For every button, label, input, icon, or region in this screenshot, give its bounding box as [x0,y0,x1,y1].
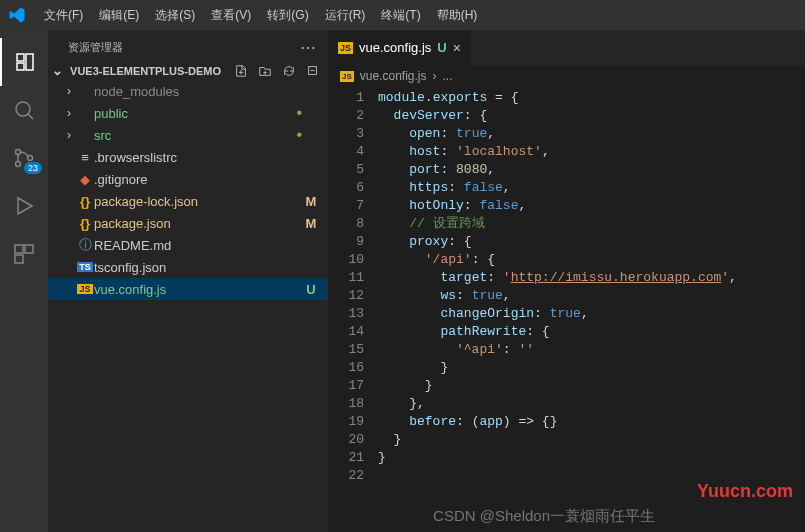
new-file-icon[interactable] [234,64,248,78]
file-icon: ◆ [76,172,94,187]
run-debug-icon[interactable] [0,182,48,230]
file-label: node_modules [94,84,302,99]
menu-item[interactable]: 文件(F) [36,7,91,24]
svg-point-1 [16,150,21,155]
code-lines[interactable]: module.exports = { devServer: { open: tr… [378,87,805,532]
menu-item[interactable]: 运行(R) [317,7,374,24]
project-header[interactable]: ⌄ VUE3-ELEMENTPLUS-DEMO [48,61,328,80]
folder-item[interactable]: ›public• [48,102,328,124]
extensions-icon[interactable] [0,230,48,278]
chevron-right-icon: › [62,84,76,98]
file-label: package-lock.json [94,194,302,209]
file-label: package.json [94,216,302,231]
js-icon: JS [338,42,353,54]
folder-item[interactable]: ›node_modules [48,80,328,102]
tab-vue-config[interactable]: JS vue.config.js U × [328,30,472,65]
search-icon[interactable] [0,86,48,134]
refresh-icon[interactable] [282,64,296,78]
line-gutter: 12345678910111213141516171819202122 [328,87,378,532]
svg-point-2 [16,162,21,167]
menu-item[interactable]: 选择(S) [147,7,203,24]
scm-badge: 23 [24,162,42,174]
file-item[interactable]: {}package-lock.jsonM [48,190,328,212]
explorer-sidebar: 资源管理器 ⋯ ⌄ VUE3-ELEMENTPLUS-DEMO ›node_mo… [48,30,328,532]
menu-items: 文件(F)编辑(E)选择(S)查看(V)转到(G)运行(R)终端(T)帮助(H) [36,7,485,24]
sidebar-more-icon[interactable]: ⋯ [300,38,316,57]
git-status: U [302,282,320,297]
file-item[interactable]: TStsconfig.json [48,256,328,278]
git-dot-icon: • [296,105,302,121]
chevron-right-icon: › [62,128,76,142]
file-label: .gitignore [94,172,302,187]
explorer-icon[interactable] [0,38,48,86]
file-item[interactable]: {}package.jsonM [48,212,328,234]
file-icon: {} [76,194,94,209]
svg-point-3 [28,156,33,161]
menu-item[interactable]: 帮助(H) [429,7,486,24]
chevron-down-icon: ⌄ [52,63,63,78]
collapse-all-icon[interactable] [306,64,320,78]
svg-rect-4 [15,245,23,253]
svg-rect-6 [15,255,23,263]
tab-filename: vue.config.js [359,40,431,55]
editor-area: JS vue.config.js U × JS vue.config.js › … [328,30,805,532]
close-icon[interactable]: × [453,40,461,56]
file-label: src [94,128,296,143]
svg-rect-5 [25,245,33,253]
code-editor[interactable]: 12345678910111213141516171819202122 modu… [328,87,805,532]
js-icon: JS [340,71,354,82]
file-item[interactable]: JSvue.config.jsU [48,278,328,300]
file-label: vue.config.js [94,282,302,297]
file-icon: JS [76,284,94,294]
file-item[interactable]: ⓘREADME.md [48,234,328,256]
file-icon: TS [76,262,94,272]
file-item[interactable]: ≡.browserslistrc [48,146,328,168]
new-folder-icon[interactable] [258,64,272,78]
file-tree: ›node_modules›public•›src•≡.browserslist… [48,80,328,532]
file-label: public [94,106,296,121]
git-status: M [302,194,320,209]
project-name: VUE3-ELEMENTPLUS-DEMO [70,65,221,77]
file-icon: {} [76,216,94,231]
vscode-logo-icon [8,6,26,24]
tab-status: U [437,40,446,55]
source-control-icon[interactable]: 23 [0,134,48,182]
svg-point-0 [16,102,30,116]
folder-item[interactable]: ›src• [48,124,328,146]
file-icon: ⓘ [76,236,94,254]
file-label: README.md [94,238,302,253]
sidebar-title: 资源管理器 [68,40,123,55]
git-status: M [302,216,320,231]
file-label: .browserslistrc [94,150,302,165]
git-dot-icon: • [296,127,302,143]
file-item[interactable]: ◆.gitignore [48,168,328,190]
menu-item[interactable]: 转到(G) [259,7,316,24]
menu-item[interactable]: 编辑(E) [91,7,147,24]
breadcrumb[interactable]: JS vue.config.js › ... [328,65,805,87]
menu-item[interactable]: 查看(V) [203,7,259,24]
file-icon: ≡ [76,150,94,165]
menu-bar: 文件(F)编辑(E)选择(S)查看(V)转到(G)运行(R)终端(T)帮助(H) [0,0,805,30]
menu-item[interactable]: 终端(T) [373,7,428,24]
editor-tabs: JS vue.config.js U × [328,30,805,65]
file-label: tsconfig.json [94,260,302,275]
activity-bar: 23 [0,30,48,532]
chevron-right-icon: › [62,106,76,120]
